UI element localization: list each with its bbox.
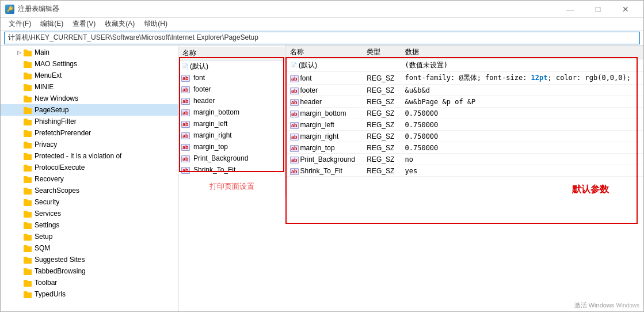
registry-table: 名称 类型 数据 📄(默认) (数值未设置): [285, 45, 643, 177]
table-row[interactable]: Print_Background REG_SZ no: [285, 154, 643, 165]
tree-item-protocol[interactable]: ProtocolExecute: [1, 162, 178, 173]
folder-icon: [24, 210, 33, 218]
cell-data: (数值未设置): [401, 59, 643, 72]
tree-item-recovery[interactable]: Recovery: [1, 173, 178, 185]
regstr-icon: [181, 143, 192, 151]
folder-icon: [24, 117, 33, 125]
center-item-margin-left[interactable]: margin_left: [179, 118, 285, 130]
cell-data: &u&b&d: [401, 85, 643, 96]
cell-type: REG_SZ: [362, 131, 400, 142]
table-row[interactable]: font REG_SZ font-family: @黑体; font-size:…: [285, 72, 643, 85]
table-row[interactable]: margin_top REG_SZ 0.750000: [285, 142, 643, 154]
center-item-font[interactable]: font: [179, 72, 285, 83]
center-item-footer[interactable]: footer: [179, 83, 285, 95]
cell-name: header: [285, 96, 362, 108]
tree-item-services[interactable]: Services: [1, 208, 178, 219]
menu-favorites[interactable]: 收藏夹(A): [100, 18, 139, 30]
tree-panel: ▷ Main MAO Settings MenuExt MINIE: [1, 45, 179, 311]
center-item-shrink[interactable]: Shrink_To_Fit: [179, 164, 285, 176]
folder-icon: [24, 267, 33, 275]
default-icon: 📄: [181, 63, 188, 70]
center-annotation: 打印页面设置: [179, 177, 285, 196]
folder-icon: [24, 233, 33, 241]
table-row[interactable]: Shrink_To_Fit REG_SZ yes: [285, 165, 643, 177]
tree-item-settings[interactable]: Settings: [1, 219, 178, 231]
cell-type: REG_SZ: [362, 142, 400, 154]
folder-icon: [24, 244, 33, 252]
center-panel: 名称 📄 (默认) font footer: [179, 45, 285, 196]
tree-item-pagesetup[interactable]: PageSetup: [1, 104, 178, 116]
tree-item-suggested[interactable]: Suggested Sites: [1, 254, 178, 265]
tree-item-newwindows[interactable]: New Windows: [1, 93, 178, 104]
cell-data: &w&bPage &p of &P: [401, 96, 643, 108]
watermark: 激活 Windows Windows: [574, 301, 639, 310]
tree-item-main[interactable]: ▷ Main: [1, 47, 178, 58]
tree-item-menuext[interactable]: MenuExt: [1, 70, 178, 81]
table-row[interactable]: margin_bottom REG_SZ 0.750000: [285, 108, 643, 119]
cell-name: 📄(默认): [285, 59, 362, 72]
tree-item-setup[interactable]: Setup: [1, 231, 178, 242]
cell-data: 0.750000: [401, 131, 643, 142]
table-row[interactable]: margin_left REG_SZ 0.750000: [285, 119, 643, 131]
menu-file[interactable]: 文件(F): [4, 18, 36, 30]
cell-type: REG_SZ: [362, 154, 400, 165]
cell-data: yes: [401, 165, 643, 177]
tree-item-searchscopes[interactable]: SearchScopes: [1, 185, 178, 196]
table-row[interactable]: margin_right REG_SZ 0.750000: [285, 131, 643, 142]
cell-name: margin_bottom: [285, 108, 362, 119]
menu-edit[interactable]: 编辑(E): [36, 18, 68, 30]
folder-icon: [24, 290, 33, 298]
main-window: 🔑 注册表编辑器 — □ ✕ 文件(F) 编辑(E) 查看(V) 收藏夹(A) …: [0, 0, 644, 312]
minimize-button[interactable]: —: [557, 1, 584, 18]
tree-item-sqm[interactable]: SQM: [1, 242, 178, 254]
tree-item-phishingfilter[interactable]: PhishingFilter: [1, 116, 178, 127]
folder-icon: [24, 152, 33, 160]
tree-item-minie[interactable]: MINIE: [1, 81, 178, 93]
address-input[interactable]: [4, 32, 640, 44]
center-item-print-bg[interactable]: Print_Background: [179, 153, 285, 164]
tree-item-toolbar[interactable]: Toolbar: [1, 277, 178, 288]
center-item-margin-bottom[interactable]: margin_bottom: [179, 106, 285, 118]
menu-help[interactable]: 帮助(H): [139, 18, 172, 30]
cell-type: REG_SZ: [362, 165, 400, 177]
table-row[interactable]: header REG_SZ &w&bPage &p of &P: [285, 96, 643, 108]
folder-icon: [24, 71, 33, 79]
regstr-icon: [290, 86, 299, 94]
tree-item-protected[interactable]: Protected - It is a violation of: [1, 150, 178, 162]
cell-name: footer: [285, 85, 362, 96]
right-table: 名称 类型 数据 📄(默认) (数值未设置): [285, 45, 643, 311]
close-button[interactable]: ✕: [612, 1, 639, 18]
tree-item-typedurls[interactable]: TypedUrls: [1, 288, 178, 300]
tree-item-tabbed[interactable]: TabbedBrowsing: [1, 265, 178, 277]
cell-type: REG_SZ: [362, 108, 400, 119]
table-row[interactable]: 📄(默认) (数值未设置): [285, 59, 643, 72]
tree-item-privacy[interactable]: Privacy: [1, 139, 178, 150]
center-item-header[interactable]: header: [179, 95, 285, 106]
tree-item-maosettings[interactable]: MAO Settings: [1, 58, 178, 70]
cell-data: 0.750000: [401, 142, 643, 154]
regstr-icon: [181, 97, 192, 105]
menu-view[interactable]: 查看(V): [68, 18, 100, 30]
center-item-default[interactable]: 📄 (默认): [179, 60, 285, 72]
regstr-icon: [290, 98, 299, 106]
center-item-margin-top[interactable]: margin_top: [179, 141, 285, 153]
folder-icon: [24, 187, 33, 195]
table-row[interactable]: footer REG_SZ &u&b&d: [285, 85, 643, 96]
cell-data: no: [401, 154, 643, 165]
cell-data: 0.750000: [401, 108, 643, 119]
folder-icon: [24, 48, 33, 56]
tree-item-security[interactable]: Security: [1, 196, 178, 208]
maximize-button[interactable]: □: [585, 1, 611, 18]
col-type: 类型: [362, 45, 400, 59]
folder-icon: [24, 106, 33, 114]
address-bar: [1, 31, 643, 45]
app-icon: 🔑: [5, 5, 14, 14]
cell-data: font-family: @黑体; font-size: 12pt; color…: [401, 72, 643, 85]
title-bar-left: 🔑 注册表编辑器: [5, 4, 59, 14]
folder-icon: [24, 83, 33, 91]
folder-icon: [24, 279, 33, 287]
regstr-icon: [290, 155, 299, 163]
tree-item-prefetch[interactable]: PrefetchPrerender: [1, 127, 178, 139]
center-item-margin-right[interactable]: margin_right: [179, 130, 285, 141]
regstr-icon: [290, 121, 299, 129]
